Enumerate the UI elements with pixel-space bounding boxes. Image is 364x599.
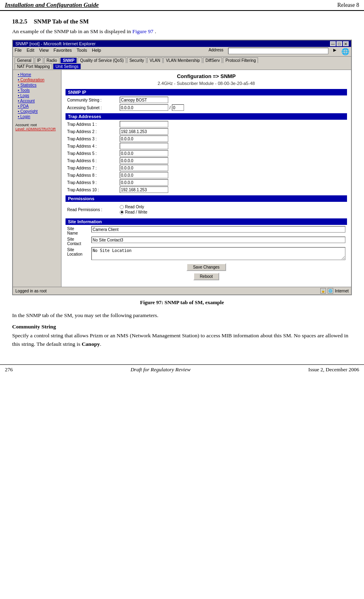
footer-center: Draft for Regulatory Review [131, 366, 190, 373]
figure-caption: Figure 97: SNMP tab of SM, example [12, 299, 352, 306]
site-information-section: Site Information SiteName SiteContact Si… [66, 218, 347, 260]
section-intro: An example of the SNMP tab in an SM is d… [12, 28, 352, 35]
browser-content: Configuration => SNMP 2.4GHz - Subscribe… [61, 70, 351, 287]
trap-5-input[interactable] [120, 150, 168, 157]
sidebar-item-statistics[interactable]: Statistics [15, 83, 59, 87]
close-button[interactable]: ✕ [343, 41, 349, 46]
sidebar-item-login[interactable]: Login [15, 114, 59, 119]
statusbar-text: Logged in as root [15, 289, 47, 293]
trap-6-label: Trap Address 6 : [67, 159, 120, 163]
page-footer: 276 Draft for Regulatory Review Issue 2,… [0, 364, 364, 375]
trap-2-input[interactable] [120, 128, 168, 135]
accessing-subnet-label: Accessing Subnet : [67, 106, 120, 110]
snmp-ip-section: SNMP IP Community String : Accessing Sub… [66, 89, 347, 111]
trap-9-input[interactable] [120, 179, 168, 186]
tab-general[interactable]: General [15, 57, 34, 63]
site-location-row: SiteLocation No Site Location [66, 247, 347, 260]
snmp-ip-header: SNMP IP [66, 89, 347, 95]
subnet-mask-input[interactable] [172, 104, 184, 111]
maximize-button[interactable]: □ [336, 41, 342, 46]
minimize-button[interactable]: — [330, 41, 336, 46]
tab-diffserv[interactable]: DiffServ [203, 57, 222, 63]
site-name-row: SiteName [66, 226, 347, 235]
tab-ip[interactable]: IP [35, 57, 43, 63]
site-contact-input[interactable] [91, 237, 345, 243]
trap-10-input[interactable] [120, 186, 168, 193]
radio-read-write[interactable]: Read / Write [120, 210, 147, 214]
trap-8-label: Trap Address 8 : [67, 173, 120, 178]
menu-edit[interactable]: Edit [27, 48, 34, 55]
menu-tools[interactable]: Tools [77, 48, 87, 55]
radio-read-only[interactable]: Read Only [120, 205, 147, 209]
sidebar-item-tools[interactable]: Tools [15, 88, 59, 93]
read-permissions-label: Read Permissions : [67, 207, 120, 212]
figure-link[interactable]: Figure 97 [132, 28, 153, 34]
accessing-subnet-input[interactable] [120, 104, 168, 111]
permissions-section: Permissions Read Permissions : Read Only… [66, 195, 347, 216]
sidebar-account: Account: root Level: ADMINISTRATOR [15, 123, 59, 131]
trap-2-row: Trap Address 2 : [66, 128, 347, 135]
account-label: Account: root [15, 123, 59, 127]
trap-4-input[interactable] [120, 143, 168, 149]
menu-help[interactable]: Help [92, 48, 101, 55]
tab-snmp[interactable]: SNMP [60, 57, 77, 63]
menu-favorites[interactable]: Favorites [53, 48, 72, 55]
site-name-label: SiteName [67, 226, 91, 235]
trap-8-input[interactable] [120, 172, 168, 178]
browser-icon: 🌐 [341, 48, 349, 55]
trap-1-input[interactable] [120, 121, 168, 127]
accessing-subnet-row: Accessing Subnet : / [66, 104, 347, 111]
site-name-input[interactable] [91, 226, 345, 233]
trap-5-label: Trap Address 5 : [67, 151, 120, 156]
trap-7-row: Trap Address 7 : [66, 165, 347, 171]
tab-vlan[interactable]: VLAN [147, 57, 163, 63]
go-arrow[interactable]: ▶ [333, 48, 336, 55]
menu-file[interactable]: File [15, 48, 22, 55]
browser-titlebar: SNMP [root] - Microsoft Internet Explore… [13, 40, 351, 47]
trap-4-label: Trap Address 4 : [67, 144, 120, 148]
trap-6-row: Trap Address 6 : [66, 157, 347, 164]
trap-9-label: Trap Address 9 : [67, 180, 120, 185]
sidebar-item-home[interactable]: Home [15, 72, 59, 77]
permissions-header: Permissions [66, 195, 347, 202]
subtab-unit-settings[interactable]: Unit Settings [53, 63, 81, 69]
sidebar-item-account[interactable]: Account [15, 99, 59, 103]
trap-10-label: Trap Address 10 : [67, 188, 120, 192]
radio-dot-read-only [120, 205, 124, 209]
site-location-label: SiteLocation [67, 247, 91, 256]
site-information-header: Site Information [66, 218, 347, 225]
trap-5-row: Trap Address 5 : [66, 150, 347, 157]
trap-7-input[interactable] [120, 165, 168, 171]
statusbar-right: 🔒 🌐 Internet [320, 288, 349, 294]
titlebar-buttons: — □ ✕ [330, 41, 349, 46]
subtab-nat[interactable]: NAT Port Mapping [15, 63, 52, 69]
site-location-input[interactable]: No Site Location [91, 247, 345, 260]
tab-radio[interactable]: Radio [44, 57, 59, 63]
tab-protocol-filtering[interactable]: Protocol Filtering [223, 57, 258, 63]
browser-sidebar: Home Configuration Statistics Tools Logs… [13, 70, 61, 287]
browser-title: SNMP [root] - Microsoft Internet Explore… [15, 41, 95, 46]
menu-view[interactable]: View [39, 48, 49, 55]
tab-vlan-membership[interactable]: VLAN Membership [163, 57, 202, 63]
reboot-button[interactable]: Reboot [193, 273, 219, 280]
header-release: Release 8 [337, 2, 359, 8]
trap-6-input[interactable] [120, 157, 168, 164]
browser-window: SNMP [root] - Microsoft Internet Explore… [12, 40, 352, 295]
sidebar-item-configuration[interactable]: Configuration [15, 78, 59, 82]
address-bar[interactable] [228, 48, 328, 54]
sidebar-item-logs[interactable]: Logs [15, 93, 59, 98]
browser-menubar: File Edit View Favorites Tools Help Addr… [13, 47, 351, 57]
sidebar-item-copyright[interactable]: Copyright [15, 109, 59, 114]
section-heading: SNMP Tab of the SM [34, 18, 89, 25]
footer-right: Issue 2, December 2006 [308, 366, 359, 373]
trap-3-input[interactable] [120, 135, 168, 142]
content-title: Configuration => SNMP [66, 73, 347, 79]
trap-8-row: Trap Address 8 : [66, 172, 347, 178]
save-changes-button[interactable]: Save Changes [186, 263, 226, 271]
tab-qos[interactable]: Quality of Service (QoS) [78, 57, 126, 63]
community-string-input[interactable] [120, 97, 168, 103]
sidebar-item-pda[interactable]: PDA [15, 104, 59, 108]
body-para-bold: Community String [12, 324, 352, 330]
level-label[interactable]: Level: ADMINISTRATOR [15, 127, 56, 131]
tab-security[interactable]: Security [127, 57, 146, 63]
